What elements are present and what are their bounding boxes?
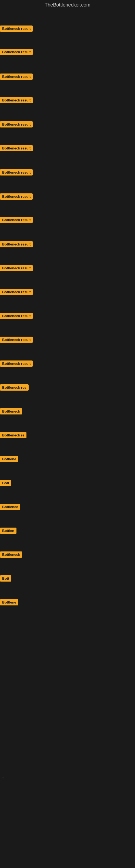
bottleneck-badge: Bott [0,480,11,486]
bottleneck-badge: Bott [0,575,11,582]
bottleneck-item[interactable]: Bottleneck result [0,169,33,177]
bottleneck-item[interactable]: Bottlene [0,599,18,607]
bottleneck-item[interactable]: Bottleneck result [0,97,33,104]
bottleneck-badge: Bottleneck res [0,384,29,391]
bottleneck-item[interactable]: Bottleneck result [0,337,33,344]
bottleneck-badge: Bottleneck result [0,313,33,319]
bottleneck-item[interactable]: Bottlenec [0,504,20,511]
bottleneck-badge: Bottleneck result [0,241,33,247]
bottleneck-badge: Bottleneck result [0,73,33,80]
bottleneck-badge: Bottleneck result [0,26,33,32]
marker: … [1,775,4,779]
bottleneck-badge: Bottleneck re [0,432,27,438]
bottleneck-item[interactable]: Bottleneck result [0,265,33,272]
bottleneck-item[interactable]: Bott [0,480,11,487]
bottleneck-item[interactable]: Bottleneck result [0,26,33,33]
bottleneck-item[interactable]: Bottleneck result [0,289,33,296]
bottleneck-badge: Bottleneck result [0,361,33,367]
bottleneck-item[interactable]: Bottleneck result [0,313,33,320]
bottleneck-badge: Bottleneck result [0,121,33,127]
bottleneck-badge: Bottleneck result [0,97,33,103]
bottleneck-badge: Bottleneck result [0,217,33,223]
bottleneck-badge: Bottleneck [0,552,22,558]
bottleneck-item[interactable]: Bottleneck result [0,73,33,81]
marker: | [1,634,1,638]
bottleneck-item[interactable]: Bottleneck result [0,241,33,248]
bottleneck-item[interactable]: Bottleneck result [0,145,33,152]
bottleneck-badge: Bottlen [0,528,16,534]
bottleneck-badge: Bottlenec [0,504,20,510]
bottleneck-badge: Bottleneck result [0,289,33,295]
site-title: TheBottlenecker.com [0,0,135,10]
bottleneck-item[interactable]: Bottleneck result [0,217,33,224]
bottleneck-badge: Bottleneck [0,408,22,414]
bottleneck-item[interactable]: Bottleneck re [0,432,27,439]
bottleneck-badge: Bottleneck result [0,193,33,199]
bottleneck-item[interactable]: Bott [0,575,11,583]
bottleneck-item[interactable]: Bottleneck [0,552,22,559]
bottleneck-item[interactable]: Bottleneck result [0,193,33,201]
bottleneck-badge: Bottleneck result [0,169,33,176]
bottleneck-item[interactable]: Bottleneck result [0,361,33,368]
bottleneck-item[interactable]: Bottleneck result [0,121,33,129]
bottleneck-badge: Bottleneck result [0,337,33,343]
bottleneck-item[interactable]: Bottlen [0,528,16,535]
bottleneck-badge: Bottleneck result [0,49,33,55]
bottleneck-item[interactable]: Bottleneck [0,408,22,415]
bottleneck-item[interactable]: Bottleneck res [0,384,29,392]
bottleneck-item[interactable]: Bottlene [0,456,18,463]
bottleneck-badge: Bottleneck result [0,145,33,151]
bottleneck-badge: Bottlene [0,599,18,606]
bottleneck-item[interactable]: Bottleneck result [0,49,33,56]
bottleneck-badge: Bottlene [0,456,18,462]
bottleneck-badge: Bottleneck result [0,265,33,271]
